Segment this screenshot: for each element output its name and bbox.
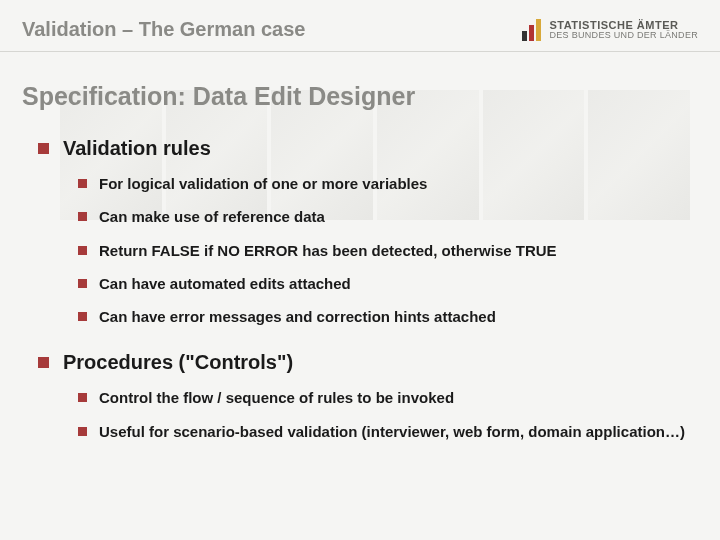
list-item: Can have error messages and correction h… (78, 307, 698, 327)
bullet-icon (78, 246, 87, 255)
logo: STATISTISCHE ÄMTER DES BUNDES UND DER LÄ… (522, 19, 698, 41)
list-item-text: Can make use of reference data (99, 207, 325, 227)
header-title: Validation – The German case (22, 18, 305, 41)
bullet-icon (78, 279, 87, 288)
list-item: Control the flow / sequence of rules to … (78, 388, 698, 408)
logo-bars-icon (522, 19, 541, 41)
bullet-icon (78, 212, 87, 221)
bullet-icon (78, 312, 87, 321)
slide-header: Validation – The German case STATISTISCH… (0, 0, 720, 52)
section-items: Control the flow / sequence of rules to … (22, 388, 698, 442)
list-item: For logical validation of one or more va… (78, 174, 698, 194)
list-item: Return FALSE if NO ERROR has been detect… (78, 241, 698, 261)
list-item-text: For logical validation of one or more va… (99, 174, 427, 194)
list-item: Can make use of reference data (78, 207, 698, 227)
section-heading: Procedures ("Controls") (22, 351, 698, 374)
bullet-icon (78, 179, 87, 188)
slide-content: Specification: Data Edit Designer Valida… (0, 52, 720, 486)
logo-text: STATISTISCHE ÄMTER DES BUNDES UND DER LÄ… (549, 20, 698, 40)
list-item-text: Can have error messages and correction h… (99, 307, 496, 327)
list-item: Can have automated edits attached (78, 274, 698, 294)
bullet-icon (78, 427, 87, 436)
bullet-icon (78, 393, 87, 402)
section-items: For logical validation of one or more va… (22, 174, 698, 327)
logo-line2: DES BUNDES UND DER LÄNDER (549, 31, 698, 40)
list-item-text: Useful for scenario-based validation (in… (99, 422, 685, 442)
list-item-text: Return FALSE if NO ERROR has been detect… (99, 241, 557, 261)
slide-title: Specification: Data Edit Designer (22, 82, 698, 111)
list-item-text: Control the flow / sequence of rules to … (99, 388, 454, 408)
list-item-text: Can have automated edits attached (99, 274, 351, 294)
list-item: Useful for scenario-based validation (in… (78, 422, 698, 442)
section-heading-text: Validation rules (63, 137, 211, 160)
bullet-icon (38, 143, 49, 154)
bullet-icon (38, 357, 49, 368)
section-heading: Validation rules (22, 137, 698, 160)
section-heading-text: Procedures ("Controls") (63, 351, 293, 374)
logo-line1: STATISTISCHE ÄMTER (549, 20, 698, 31)
